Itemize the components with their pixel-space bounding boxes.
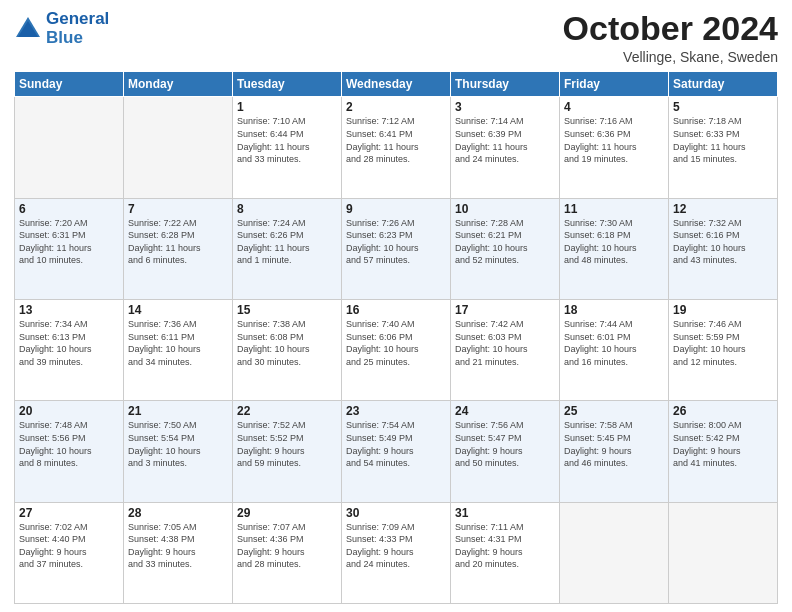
day-info: Sunrise: 7:28 AM Sunset: 6:21 PM Dayligh…	[455, 217, 555, 267]
table-cell: 4Sunrise: 7:16 AM Sunset: 6:36 PM Daylig…	[560, 97, 669, 198]
table-cell: 2Sunrise: 7:12 AM Sunset: 6:41 PM Daylig…	[342, 97, 451, 198]
day-info: Sunrise: 7:02 AM Sunset: 4:40 PM Dayligh…	[19, 521, 119, 571]
day-number: 29	[237, 506, 337, 520]
table-cell: 22Sunrise: 7:52 AM Sunset: 5:52 PM Dayli…	[233, 401, 342, 502]
table-cell	[560, 502, 669, 603]
col-tuesday: Tuesday	[233, 72, 342, 97]
col-sunday: Sunday	[15, 72, 124, 97]
table-cell: 13Sunrise: 7:34 AM Sunset: 6:13 PM Dayli…	[15, 300, 124, 401]
day-info: Sunrise: 7:44 AM Sunset: 6:01 PM Dayligh…	[564, 318, 664, 368]
table-cell: 30Sunrise: 7:09 AM Sunset: 4:33 PM Dayli…	[342, 502, 451, 603]
day-info: Sunrise: 7:05 AM Sunset: 4:38 PM Dayligh…	[128, 521, 228, 571]
table-cell: 29Sunrise: 7:07 AM Sunset: 4:36 PM Dayli…	[233, 502, 342, 603]
day-number: 20	[19, 404, 119, 418]
table-cell: 23Sunrise: 7:54 AM Sunset: 5:49 PM Dayli…	[342, 401, 451, 502]
table-cell: 26Sunrise: 8:00 AM Sunset: 5:42 PM Dayli…	[669, 401, 778, 502]
col-wednesday: Wednesday	[342, 72, 451, 97]
col-saturday: Saturday	[669, 72, 778, 97]
table-cell: 9Sunrise: 7:26 AM Sunset: 6:23 PM Daylig…	[342, 198, 451, 299]
page: General Blue October 2024 Vellinge, Skan…	[0, 0, 792, 612]
location: Vellinge, Skane, Sweden	[563, 49, 778, 65]
col-thursday: Thursday	[451, 72, 560, 97]
day-info: Sunrise: 7:24 AM Sunset: 6:26 PM Dayligh…	[237, 217, 337, 267]
day-info: Sunrise: 8:00 AM Sunset: 5:42 PM Dayligh…	[673, 419, 773, 469]
logo-text: General Blue	[46, 10, 109, 47]
table-cell: 20Sunrise: 7:48 AM Sunset: 5:56 PM Dayli…	[15, 401, 124, 502]
day-info: Sunrise: 7:18 AM Sunset: 6:33 PM Dayligh…	[673, 115, 773, 165]
day-number: 21	[128, 404, 228, 418]
table-cell: 7Sunrise: 7:22 AM Sunset: 6:28 PM Daylig…	[124, 198, 233, 299]
table-cell: 28Sunrise: 7:05 AM Sunset: 4:38 PM Dayli…	[124, 502, 233, 603]
day-number: 13	[19, 303, 119, 317]
day-number: 23	[346, 404, 446, 418]
table-cell: 27Sunrise: 7:02 AM Sunset: 4:40 PM Dayli…	[15, 502, 124, 603]
header-row: Sunday Monday Tuesday Wednesday Thursday…	[15, 72, 778, 97]
table-cell: 16Sunrise: 7:40 AM Sunset: 6:06 PM Dayli…	[342, 300, 451, 401]
table-cell	[669, 502, 778, 603]
day-number: 8	[237, 202, 337, 216]
table-cell: 1Sunrise: 7:10 AM Sunset: 6:44 PM Daylig…	[233, 97, 342, 198]
day-info: Sunrise: 7:07 AM Sunset: 4:36 PM Dayligh…	[237, 521, 337, 571]
day-number: 25	[564, 404, 664, 418]
day-info: Sunrise: 7:56 AM Sunset: 5:47 PM Dayligh…	[455, 419, 555, 469]
day-info: Sunrise: 7:54 AM Sunset: 5:49 PM Dayligh…	[346, 419, 446, 469]
day-number: 1	[237, 100, 337, 114]
day-info: Sunrise: 7:40 AM Sunset: 6:06 PM Dayligh…	[346, 318, 446, 368]
day-info: Sunrise: 7:52 AM Sunset: 5:52 PM Dayligh…	[237, 419, 337, 469]
day-info: Sunrise: 7:38 AM Sunset: 6:08 PM Dayligh…	[237, 318, 337, 368]
day-number: 22	[237, 404, 337, 418]
day-number: 28	[128, 506, 228, 520]
logo-line2: Blue	[46, 28, 83, 47]
top-area: General Blue October 2024 Vellinge, Skan…	[14, 10, 778, 65]
day-info: Sunrise: 7:50 AM Sunset: 5:54 PM Dayligh…	[128, 419, 228, 469]
day-info: Sunrise: 7:09 AM Sunset: 4:33 PM Dayligh…	[346, 521, 446, 571]
day-number: 19	[673, 303, 773, 317]
day-info: Sunrise: 7:20 AM Sunset: 6:31 PM Dayligh…	[19, 217, 119, 267]
table-cell	[15, 97, 124, 198]
table-cell: 19Sunrise: 7:46 AM Sunset: 5:59 PM Dayli…	[669, 300, 778, 401]
table-cell: 6Sunrise: 7:20 AM Sunset: 6:31 PM Daylig…	[15, 198, 124, 299]
day-info: Sunrise: 7:16 AM Sunset: 6:36 PM Dayligh…	[564, 115, 664, 165]
day-number: 24	[455, 404, 555, 418]
day-number: 5	[673, 100, 773, 114]
table-cell: 18Sunrise: 7:44 AM Sunset: 6:01 PM Dayli…	[560, 300, 669, 401]
table-cell: 24Sunrise: 7:56 AM Sunset: 5:47 PM Dayli…	[451, 401, 560, 502]
day-info: Sunrise: 7:34 AM Sunset: 6:13 PM Dayligh…	[19, 318, 119, 368]
day-number: 31	[455, 506, 555, 520]
table-row: 20Sunrise: 7:48 AM Sunset: 5:56 PM Dayli…	[15, 401, 778, 502]
day-number: 15	[237, 303, 337, 317]
day-number: 12	[673, 202, 773, 216]
day-info: Sunrise: 7:14 AM Sunset: 6:39 PM Dayligh…	[455, 115, 555, 165]
month-title: October 2024	[563, 10, 778, 47]
day-info: Sunrise: 7:12 AM Sunset: 6:41 PM Dayligh…	[346, 115, 446, 165]
table-cell: 31Sunrise: 7:11 AM Sunset: 4:31 PM Dayli…	[451, 502, 560, 603]
day-number: 6	[19, 202, 119, 216]
day-number: 30	[346, 506, 446, 520]
day-info: Sunrise: 7:36 AM Sunset: 6:11 PM Dayligh…	[128, 318, 228, 368]
table-cell: 8Sunrise: 7:24 AM Sunset: 6:26 PM Daylig…	[233, 198, 342, 299]
day-info: Sunrise: 7:48 AM Sunset: 5:56 PM Dayligh…	[19, 419, 119, 469]
day-info: Sunrise: 7:22 AM Sunset: 6:28 PM Dayligh…	[128, 217, 228, 267]
day-info: Sunrise: 7:46 AM Sunset: 5:59 PM Dayligh…	[673, 318, 773, 368]
day-number: 18	[564, 303, 664, 317]
logo-icon	[14, 15, 42, 43]
day-info: Sunrise: 7:26 AM Sunset: 6:23 PM Dayligh…	[346, 217, 446, 267]
table-cell	[124, 97, 233, 198]
table-row: 27Sunrise: 7:02 AM Sunset: 4:40 PM Dayli…	[15, 502, 778, 603]
day-info: Sunrise: 7:30 AM Sunset: 6:18 PM Dayligh…	[564, 217, 664, 267]
table-cell: 15Sunrise: 7:38 AM Sunset: 6:08 PM Dayli…	[233, 300, 342, 401]
day-number: 3	[455, 100, 555, 114]
table-cell: 14Sunrise: 7:36 AM Sunset: 6:11 PM Dayli…	[124, 300, 233, 401]
day-number: 27	[19, 506, 119, 520]
table-row: 6Sunrise: 7:20 AM Sunset: 6:31 PM Daylig…	[15, 198, 778, 299]
day-info: Sunrise: 7:58 AM Sunset: 5:45 PM Dayligh…	[564, 419, 664, 469]
table-cell: 10Sunrise: 7:28 AM Sunset: 6:21 PM Dayli…	[451, 198, 560, 299]
day-number: 17	[455, 303, 555, 317]
table-cell: 12Sunrise: 7:32 AM Sunset: 6:16 PM Dayli…	[669, 198, 778, 299]
day-number: 9	[346, 202, 446, 216]
table-row: 13Sunrise: 7:34 AM Sunset: 6:13 PM Dayli…	[15, 300, 778, 401]
day-info: Sunrise: 7:10 AM Sunset: 6:44 PM Dayligh…	[237, 115, 337, 165]
day-number: 16	[346, 303, 446, 317]
day-info: Sunrise: 7:32 AM Sunset: 6:16 PM Dayligh…	[673, 217, 773, 267]
col-friday: Friday	[560, 72, 669, 97]
